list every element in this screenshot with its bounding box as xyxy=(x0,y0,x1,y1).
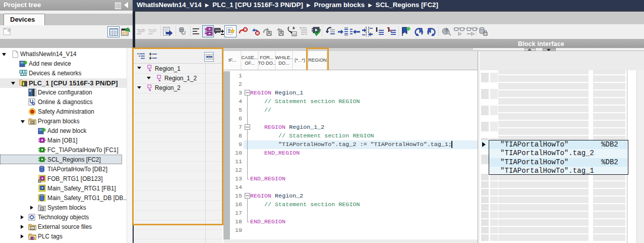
svg-text:01: 01 xyxy=(31,226,34,229)
svg-text:01: 01 xyxy=(293,33,297,36)
